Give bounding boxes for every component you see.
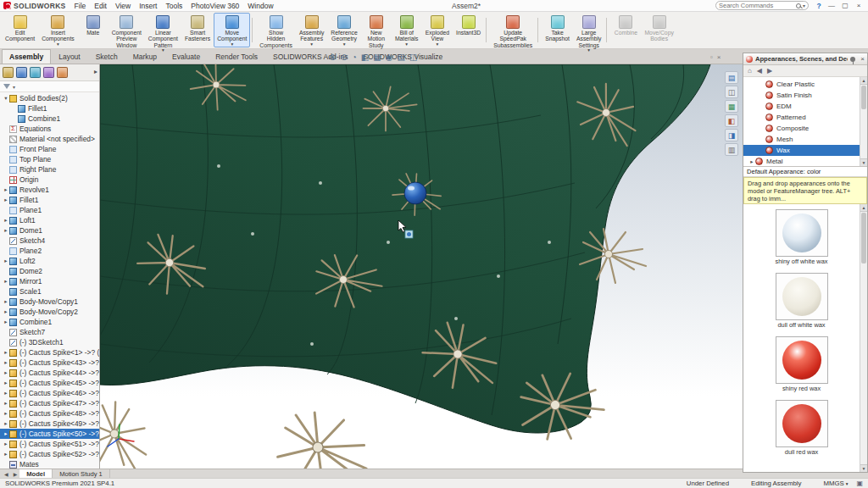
viewport-tool-icon[interactable]: ◧ — [725, 114, 738, 127]
feature-tree-item[interactable]: Plane1 — [0, 205, 99, 215]
ribbon-button[interactable]: Linear Component Pattern ▾ — [145, 13, 181, 47]
ribbon-button[interactable]: Insert Components ▾ — [38, 13, 78, 47]
feature-tree-item[interactable]: Combine1 — [0, 114, 99, 124]
ribbon-button[interactable]: Smart Fasteners ▾ — [181, 13, 214, 47]
feature-tree-item[interactable]: Dome1 — [0, 225, 99, 236]
scroll-thumb[interactable] — [861, 213, 866, 263]
pin-icon[interactable] — [850, 57, 855, 62]
tree-expand-icon[interactable] — [3, 359, 9, 366]
menu-item[interactable]: Window — [248, 2, 273, 10]
scroll-down-icon[interactable]: ▼ — [860, 158, 867, 166]
feature-tree-item[interactable]: Fillet1 — [0, 103, 99, 114]
appearance-swatch[interactable]: dull off white wax — [774, 273, 830, 329]
tree-expand-icon[interactable] — [3, 400, 9, 407]
feature-tree-item[interactable]: (-) Cactus Spike<52> ->? (Def... — [0, 449, 99, 459]
ribbon-button[interactable]: Update SpeedPak Subassemblies ▾ — [490, 13, 536, 47]
document-tab[interactable]: Motion Study 1 — [53, 469, 110, 478]
ribbon-button[interactable]: Edit Component ▾ — [2, 13, 38, 47]
tree-expand-icon[interactable] — [3, 298, 9, 305]
tree-expand-icon[interactable] — [3, 258, 9, 264]
appearance-category[interactable]: Wax — [743, 145, 860, 156]
feature-tree-item[interactable]: Body-Move/Copy1 — [0, 297, 99, 307]
menu-item[interactable]: View — [115, 2, 131, 10]
ribbon-button[interactable]: Mate ▾ — [78, 13, 108, 47]
corner-icon[interactable]: × — [717, 53, 721, 61]
scroll-up-icon[interactable]: ▲ — [860, 77, 867, 85]
tree-expand-icon[interactable] — [3, 390, 9, 396]
hud-icon[interactable]: ⊖ — [340, 53, 347, 62]
feature-tree-item[interactable]: Loft1 — [0, 215, 99, 225]
appearance-category[interactable]: Satin Finish — [743, 90, 860, 101]
manager-tab-icon[interactable] — [43, 67, 54, 78]
tree-expand-icon[interactable] — [3, 319, 9, 325]
ribbon-button[interactable]: Assembly Features ▾ — [296, 13, 327, 47]
maximize-button[interactable]: ▢ — [839, 2, 851, 9]
cactus-model-view[interactable] — [100, 64, 743, 469]
tree-expand-icon[interactable] — [3, 217, 9, 224]
manager-tab-icon[interactable] — [16, 67, 27, 78]
ribbon-button[interactable]: Large Assembly Settings ▾ — [573, 13, 604, 47]
tree-expand-icon[interactable] — [3, 227, 9, 234]
appearance-swatch[interactable]: dull red wax — [774, 400, 830, 456]
command-tab[interactable]: Sketch — [88, 49, 125, 64]
command-tab[interactable]: Layout — [51, 49, 88, 64]
feature-tree-item[interactable]: (-) Cactus Spike<48> ->? (Def... — [0, 408, 99, 419]
menu-item[interactable]: File — [75, 2, 86, 10]
feature-tree-item[interactable]: Plane2 — [0, 246, 99, 256]
hud-icon[interactable]: ◉ — [386, 53, 393, 62]
task-pane-tool-icon[interactable]: ⌂ — [748, 67, 752, 75]
status-item[interactable]: MMGS ▾ — [823, 480, 848, 487]
feature-tree-item[interactable]: Equations — [0, 124, 99, 134]
scroll-down-icon[interactable]: ▼ — [860, 464, 867, 472]
task-pane-tool-icon[interactable]: ◀ — [757, 67, 762, 75]
feature-tree-item[interactable]: Material <not specified> — [0, 134, 99, 144]
feature-tree-item[interactable]: Top Plane — [0, 154, 99, 164]
feature-tree-item[interactable]: (-) Cactus Spike<50> ->? (Def... — [0, 429, 99, 439]
ribbon-button[interactable]: Move/Copy Bodies ▾ — [641, 13, 676, 47]
status-item[interactable]: Under Defined ▾ — [687, 480, 729, 487]
hud-icon[interactable]: ◫ — [409, 53, 417, 62]
menu-item[interactable]: Insert — [139, 2, 157, 10]
ribbon-button[interactable]: Take Snapshot ▾ — [542, 13, 573, 47]
tree-expand-icon[interactable] — [3, 410, 9, 417]
feature-tree-item[interactable]: (-) Cactus Spike<45> ->? (Def... — [0, 378, 99, 388]
feature-tree-item[interactable]: Origin — [0, 175, 99, 185]
ribbon-button[interactable]: Exploded View ▾ — [422, 13, 453, 47]
tree-expand-icon[interactable] — [3, 380, 9, 386]
feature-tree-item[interactable]: Solid Bodies(2) — [0, 93, 99, 103]
appearance-swatch[interactable]: shiny off white wax — [774, 209, 830, 265]
manager-tab-icon[interactable] — [3, 67, 14, 78]
tree-expand-icon[interactable] — [3, 278, 9, 285]
swatch-scrollbar[interactable]: ▲ ▼ — [860, 204, 867, 472]
search-input[interactable] — [719, 2, 794, 9]
feature-tree-item[interactable]: Revolve1 — [0, 185, 99, 195]
minimize-button[interactable]: — — [826, 2, 837, 9]
filter-caret-icon[interactable]: ▾ — [13, 84, 15, 90]
status-item[interactable]: Editing Assembly ▾ — [751, 480, 801, 487]
ribbon-button[interactable]: Instant3D ▾ — [453, 13, 484, 47]
document-tab[interactable]: Model — [19, 469, 53, 478]
ribbon-button[interactable]: Component Preview Window ▾ — [108, 13, 145, 47]
appearance-swatch[interactable]: shiny red wax — [774, 336, 830, 392]
viewport-tool-icon[interactable]: ◨ — [725, 129, 738, 141]
corner-icon[interactable]: ▫ — [710, 53, 713, 61]
feature-tree-item[interactable]: (-) Cactus Spike<43> ->? (Def... — [0, 358, 99, 368]
tree-expand-icon[interactable] — [3, 441, 9, 447]
hud-icon[interactable]: ◧ — [361, 53, 369, 62]
viewport-tool-icon[interactable]: ▥ — [725, 143, 738, 156]
feature-tree-item[interactable]: (-) Cactus Spike<47> ->? (Def... — [0, 398, 99, 408]
feature-tree-item[interactable]: Mates — [0, 459, 99, 469]
tree-expand-icon[interactable] — [3, 420, 9, 427]
feature-tree-item[interactable]: Loft2 — [0, 256, 99, 266]
hud-icon[interactable]: ▦ — [373, 53, 381, 62]
tree-expand-icon[interactable] — [3, 349, 9, 356]
menu-item[interactable]: Edit — [94, 2, 107, 10]
appearance-category[interactable]: Composite — [743, 123, 860, 134]
command-tab[interactable]: Evaluate — [164, 49, 208, 64]
command-tab[interactable]: Assembly — [2, 49, 51, 64]
hud-icon[interactable]: ⊕ — [329, 53, 336, 62]
search-commands-box[interactable]: ▾ — [715, 1, 809, 10]
feature-tree-item[interactable]: Sketch4 — [0, 236, 99, 246]
tree-expand-icon[interactable] — [3, 197, 9, 203]
feature-tree-item[interactable]: (-) Cactus Spike<46> ->? (Def... — [0, 388, 99, 398]
